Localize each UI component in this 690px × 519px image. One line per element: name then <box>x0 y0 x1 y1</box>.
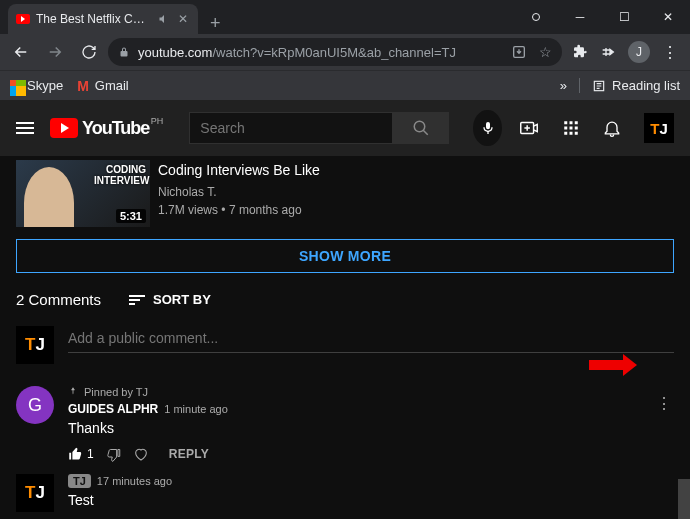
chrome-menu-icon[interactable]: ⋮ <box>662 43 678 62</box>
extensions-icon[interactable] <box>572 44 588 60</box>
comment-author[interactable]: GUIDES ALPHR <box>68 402 158 416</box>
page-content: CODINGINTERVIEW 5:31 Coding Interviews B… <box>0 156 690 519</box>
dislike-button[interactable] <box>106 447 121 462</box>
comment-author[interactable]: TJ <box>68 474 91 488</box>
window-titlebar: The Best Netflix Comedies of ✕ + ─ ☐ ✕ <box>0 0 690 34</box>
svg-rect-8 <box>570 127 573 130</box>
comments-count: 2 Comments <box>16 291 101 308</box>
gmail-icon: M <box>77 78 89 94</box>
new-tab-button[interactable]: + <box>198 13 233 34</box>
bookmark-gmail[interactable]: M Gmail <box>77 78 129 94</box>
commenter-avatar[interactable]: TJ <box>16 474 54 512</box>
youtube-logo[interactable]: YouTube PH <box>50 118 149 139</box>
tab-title: The Best Netflix Comedies of <box>36 12 148 26</box>
notifications-icon[interactable] <box>602 118 622 138</box>
self-avatar: TJ <box>16 326 54 364</box>
svg-rect-5 <box>570 121 573 124</box>
search-input[interactable] <box>189 112 393 144</box>
create-button[interactable] <box>518 117 540 139</box>
nav-forward-button[interactable] <box>40 38 70 66</box>
youtube-play-icon <box>50 118 78 138</box>
video-thumbnail[interactable]: CODINGINTERVIEW 5:31 <box>16 160 150 227</box>
nav-back-button[interactable] <box>6 38 36 66</box>
url-text: youtube.com/watch?v=kRpM0anUI5M&ab_chann… <box>138 45 456 60</box>
commenter-avatar[interactable]: G <box>16 386 54 424</box>
bookmark-skype[interactable]: Skype <box>10 78 63 93</box>
reading-list-button[interactable]: Reading list <box>579 78 680 93</box>
add-comment-row: TJ <box>16 326 674 364</box>
account-avatar[interactable]: TJ <box>644 113 674 143</box>
svg-rect-7 <box>564 127 567 130</box>
comments-header: 2 Comments SORT BY <box>16 291 674 308</box>
address-bar[interactable]: youtube.com/watch?v=kRpM0anUI5M&ab_chann… <box>108 38 562 66</box>
bookmarks-overflow-icon[interactable]: » <box>560 78 567 93</box>
youtube-favicon-icon <box>16 14 30 24</box>
related-video[interactable]: CODINGINTERVIEW 5:31 Coding Interviews B… <box>16 156 674 235</box>
sort-by-button[interactable]: SORT BY <box>129 292 211 307</box>
voice-search-button[interactable] <box>473 110 502 146</box>
tab-close-icon[interactable]: ✕ <box>176 12 190 26</box>
account-indicator-icon[interactable] <box>514 2 558 32</box>
reply-button[interactable]: REPLY <box>169 447 209 461</box>
sort-icon <box>129 295 145 305</box>
related-channel[interactable]: Nicholas T. <box>158 183 320 201</box>
guide-menu-button[interactable] <box>16 119 34 137</box>
svg-rect-10 <box>564 132 567 135</box>
browser-tab[interactable]: The Best Netflix Comedies of ✕ <box>8 4 198 34</box>
comment-time[interactable]: 17 minutes ago <box>97 475 172 487</box>
apps-grid-icon[interactable] <box>562 119 580 137</box>
svg-rect-11 <box>570 132 573 135</box>
svg-rect-12 <box>575 132 578 135</box>
pinned-label: Pinned by TJ <box>68 386 640 398</box>
related-title[interactable]: Coding Interviews Be Like <box>158 160 320 181</box>
window-maximize-button[interactable]: ☐ <box>602 2 646 32</box>
media-control-icon[interactable] <box>600 44 616 60</box>
svg-rect-9 <box>575 127 578 130</box>
duration-badge: 5:31 <box>116 209 146 223</box>
search-box <box>189 112 449 144</box>
svg-rect-6 <box>575 121 578 124</box>
window-minimize-button[interactable]: ─ <box>558 2 602 32</box>
browser-toolbar: youtube.com/watch?v=kRpM0anUI5M&ab_chann… <box>0 34 690 70</box>
comment-item: TJ TJ 17 minutes ago Test REPLY <box>16 474 674 519</box>
comment-menu-button[interactable]: ⋮ <box>654 394 674 413</box>
window-close-button[interactable]: ✕ <box>646 2 690 32</box>
microsoft-icon <box>10 80 21 91</box>
show-more-button[interactable]: SHOW MORE <box>16 239 674 273</box>
like-button[interactable]: 1 <box>68 447 94 462</box>
install-app-icon[interactable] <box>511 44 527 60</box>
country-code: PH <box>151 116 164 126</box>
youtube-wordmark: YouTube <box>82 118 149 139</box>
svg-rect-4 <box>564 121 567 124</box>
nav-reload-button[interactable] <box>74 38 104 66</box>
heart-button[interactable] <box>133 446 149 462</box>
pin-icon <box>68 387 78 397</box>
comment-text: Test <box>68 492 674 508</box>
search-button[interactable] <box>393 112 449 144</box>
comment-text: Thanks <box>68 420 640 436</box>
tab-mute-icon[interactable] <box>154 13 170 25</box>
scrollbar-thumb[interactable] <box>678 479 690 519</box>
comment-item: G Pinned by TJ GUIDES ALPHR 1 minute ago… <box>16 386 674 462</box>
comment-time[interactable]: 1 minute ago <box>164 403 228 415</box>
svg-point-2 <box>414 121 425 132</box>
lock-icon <box>118 46 130 58</box>
bookmarks-bar: Skype M Gmail » Reading list <box>0 70 690 100</box>
youtube-masthead: YouTube PH TJ <box>0 100 690 156</box>
related-meta: 1.7M views • 7 months ago <box>158 201 320 219</box>
profile-avatar[interactable]: J <box>628 41 650 63</box>
bookmark-star-icon[interactable]: ☆ <box>539 44 552 60</box>
add-comment-input[interactable] <box>68 326 674 353</box>
